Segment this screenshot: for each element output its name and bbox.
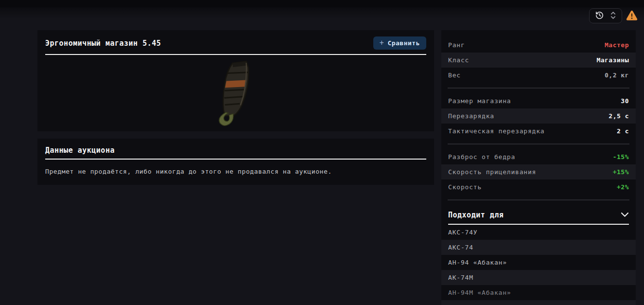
- stat-value: +2%: [617, 183, 629, 191]
- stat-label: Разброс от бедра: [448, 153, 515, 161]
- warning-button[interactable]: [626, 10, 638, 23]
- stat-row-class: Класс Магазины: [441, 53, 636, 68]
- stat-row-ads-speed: Скорость прицеливания +15%: [441, 164, 636, 179]
- stat-label: Класс: [448, 56, 469, 64]
- stat-label: Размер магазина: [448, 97, 511, 105]
- auction-title: Данные аукциона: [45, 146, 426, 159]
- compat-item[interactable]: А-545: [441, 300, 636, 305]
- stat-row-mag-size: Размер магазина 30: [441, 93, 636, 108]
- history-icon: [595, 11, 604, 21]
- group-divider: [448, 88, 629, 89]
- stat-value: 30: [621, 97, 629, 105]
- compatibility-title: Подходит для: [448, 211, 504, 219]
- chevron-down-icon: [621, 210, 629, 219]
- stat-value: 2,5 с: [609, 112, 629, 120]
- item-image: [206, 57, 266, 130]
- stat-row-rank: Ранг Мастер: [441, 37, 636, 53]
- item-panel: Эргономичный магазин 5.45 + Сравнить: [37, 30, 434, 131]
- item-panel-header: Эргономичный магазин 5.45 + Сравнить: [37, 30, 434, 54]
- stat-row-tactical-reload: Тактическая перезарядка 2 с: [441, 124, 636, 139]
- stats-sidebar: Ранг Мастер Класс Магазины Вес 0,2 кг Ра…: [441, 30, 636, 305]
- stat-value: Магазины: [596, 56, 629, 64]
- stat-label: Скорость прицеливания: [448, 168, 536, 176]
- compat-item[interactable]: АКС-74: [441, 240, 636, 255]
- stat-label: Вес: [448, 72, 461, 79]
- item-image-area: [37, 55, 434, 130]
- stat-row-weight: Вес 0,2 кг: [441, 68, 636, 83]
- stat-label: Скорость: [448, 183, 482, 191]
- stat-value: +15%: [613, 168, 629, 176]
- stat-row-reload: Перезарядка 2,5 с: [441, 108, 636, 124]
- stat-value: Мастер: [605, 41, 629, 49]
- group-divider: [448, 144, 629, 144]
- compare-button[interactable]: + Сравнить: [373, 36, 426, 50]
- stat-label: Перезарядка: [448, 112, 494, 120]
- compare-button-label: Сравнить: [387, 39, 420, 47]
- compat-item[interactable]: АН-94М «Абакан»: [441, 285, 636, 300]
- stat-value: -15%: [613, 153, 629, 161]
- top-bar: [0, 0, 644, 7]
- chevrons-up-down-icon: [610, 11, 616, 21]
- compat-item[interactable]: АН-94 «Абакан»: [441, 255, 636, 270]
- top-bar-shadow: [0, 7, 644, 19]
- history-button[interactable]: [595, 11, 604, 21]
- stat-value: 2 с: [617, 127, 629, 135]
- auction-message: Предмет не продаётся, либо никогда до эт…: [45, 168, 426, 175]
- compat-item[interactable]: АКС-74У: [441, 225, 636, 240]
- page-background: { "colors": { "rank_red": "#e8564f", "st…: [0, 0, 644, 305]
- auction-panel: Данные аукциона Предмет не продаётся, ли…: [37, 139, 434, 185]
- auction-title-underline: [45, 159, 426, 160]
- stat-row-hip-spread: Разброс от бедра -15%: [441, 149, 636, 164]
- topbar-control-group: [589, 8, 622, 23]
- item-title: Эргономичный магазин 5.45: [45, 39, 161, 48]
- main-column: Эргономичный магазин 5.45 + Сравнить: [37, 30, 434, 185]
- stat-label: Ранг: [448, 41, 465, 49]
- stat-value: 0,2 кг: [605, 72, 629, 79]
- sort-toggle-button[interactable]: [610, 11, 616, 21]
- compat-item[interactable]: АК-74М: [441, 270, 636, 285]
- stat-row-speed: Скорость +2%: [441, 179, 636, 195]
- stat-label: Тактическая перезарядка: [448, 127, 544, 135]
- warning-triangle-icon: [626, 14, 638, 23]
- compatibility-header[interactable]: Подходит для: [441, 205, 636, 224]
- group-divider: [448, 199, 629, 200]
- plus-icon: +: [380, 40, 384, 46]
